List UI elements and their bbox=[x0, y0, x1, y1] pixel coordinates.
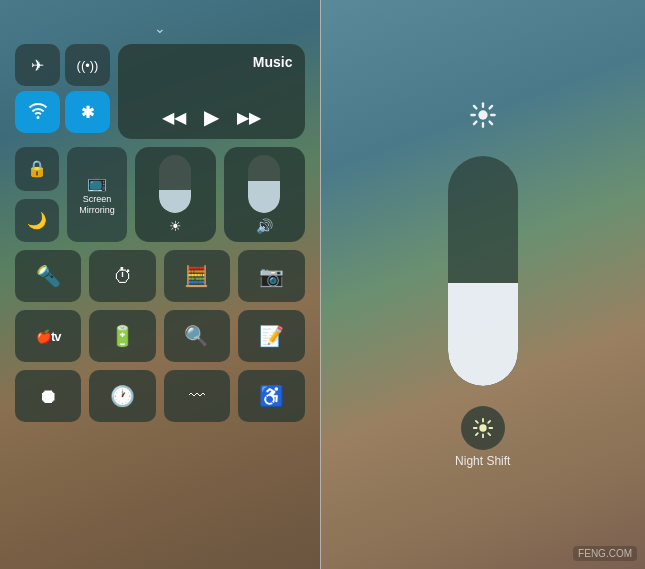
right-panel: Night Shift FENG.COM bbox=[321, 0, 646, 569]
magnifier-button[interactable]: 🔍 bbox=[164, 310, 230, 362]
brightness-control: Night Shift bbox=[321, 0, 646, 569]
cellular-button[interactable]: ((•)) bbox=[65, 44, 110, 86]
svg-line-7 bbox=[489, 106, 491, 108]
timer-button[interactable]: ⏱ bbox=[89, 250, 155, 302]
screen-mirroring-label: ScreenMirroring bbox=[79, 194, 115, 216]
sliders: ☀ 🔊 bbox=[135, 147, 305, 242]
volume-fill bbox=[248, 181, 280, 213]
notes-button[interactable]: 📝 bbox=[238, 310, 304, 362]
screen-mirroring-icon: 📺 bbox=[87, 173, 107, 192]
chevron-icon[interactable]: ⌄ bbox=[15, 20, 305, 36]
svg-line-17 bbox=[476, 433, 478, 435]
orientation-lock-button[interactable]: 🔒 bbox=[15, 147, 59, 191]
bluetooth-button[interactable]: ✱ bbox=[65, 91, 110, 133]
icon-grid-row1: 🔦 ⏱ 🧮 📷 bbox=[15, 250, 305, 302]
flashlight-icon: 🔦 bbox=[36, 264, 61, 288]
svg-point-9 bbox=[479, 424, 486, 431]
brightness-fill bbox=[159, 190, 191, 213]
svg-line-5 bbox=[474, 106, 476, 108]
left-panel: ⌄ ✈ ((•)) bbox=[0, 0, 320, 569]
calculator-icon: 🧮 bbox=[184, 264, 209, 288]
volume-slider[interactable]: 🔊 bbox=[224, 147, 305, 242]
connectivity-buttons: ✈ ((•)) ✱ bbox=[15, 44, 110, 139]
main-brightness-fill bbox=[448, 283, 518, 387]
music-widget[interactable]: Music ◀◀ ▶ ▶▶ bbox=[118, 44, 305, 139]
cellular-icon: ((•)) bbox=[77, 58, 99, 73]
control-center: ⌄ ✈ ((•)) bbox=[15, 20, 305, 549]
top-row: ✈ ((•)) ✱ bbox=[15, 44, 305, 139]
brightness-track bbox=[159, 155, 191, 213]
top-conn-row: ✈ ((•)) bbox=[15, 44, 110, 86]
calculator-button[interactable]: 🧮 bbox=[164, 250, 230, 302]
apple-tv-icon: 🍎tv bbox=[36, 329, 61, 344]
world-clock-button[interactable]: 🕐 bbox=[89, 370, 155, 422]
next-button[interactable]: ▶▶ bbox=[237, 108, 261, 127]
airplane-mode-button[interactable]: ✈ bbox=[15, 44, 60, 86]
airplane-icon: ✈ bbox=[31, 56, 44, 75]
svg-point-0 bbox=[478, 110, 487, 119]
wifi-icon bbox=[28, 103, 48, 122]
night-shift-section: Night Shift bbox=[455, 406, 510, 468]
watermark: FENG.COM bbox=[573, 546, 637, 561]
night-shift-button[interactable] bbox=[461, 406, 505, 450]
bottom-conn-row: ✱ bbox=[15, 91, 110, 133]
svg-line-15 bbox=[488, 433, 490, 435]
battery-button[interactable]: 🔋 bbox=[89, 310, 155, 362]
apple-tv-button[interactable]: 🍎tv bbox=[15, 310, 81, 362]
accessibility-button[interactable]: ♿ bbox=[238, 370, 304, 422]
screen-record-icon: ⏺ bbox=[38, 385, 58, 408]
accessibility-icon: ♿ bbox=[259, 384, 284, 408]
battery-icon: 🔋 bbox=[110, 324, 135, 348]
brightness-sun-icon bbox=[469, 101, 497, 136]
svg-line-6 bbox=[489, 122, 491, 124]
volume-icon: 🔊 bbox=[256, 218, 273, 234]
volume-track bbox=[248, 155, 280, 213]
do-not-disturb-button[interactable]: 🌙 bbox=[15, 199, 59, 243]
svg-line-16 bbox=[488, 421, 490, 423]
voice-memos-icon: 〰 bbox=[189, 387, 205, 405]
moon-icon: 🌙 bbox=[27, 211, 47, 230]
camera-button[interactable]: 📷 bbox=[238, 250, 304, 302]
music-title: Music bbox=[130, 54, 293, 70]
icon-grid-row2: 🍎tv 🔋 🔍 📝 bbox=[15, 310, 305, 362]
play-button[interactable]: ▶ bbox=[204, 105, 219, 129]
svg-line-14 bbox=[476, 421, 478, 423]
flashlight-button[interactable]: 🔦 bbox=[15, 250, 81, 302]
timer-icon: ⏱ bbox=[113, 265, 133, 288]
screen-mirroring-button[interactable]: 📺 ScreenMirroring bbox=[67, 147, 127, 242]
wifi-button[interactable] bbox=[15, 91, 60, 133]
svg-line-8 bbox=[474, 122, 476, 124]
screen-record-button[interactable]: ⏺ bbox=[15, 370, 81, 422]
brightness-slider[interactable]: ☀ bbox=[135, 147, 216, 242]
brightness-icon: ☀ bbox=[169, 218, 182, 234]
voice-memos-button[interactable]: 〰 bbox=[164, 370, 230, 422]
camera-icon: 📷 bbox=[259, 264, 284, 288]
lock-icon: 🔒 bbox=[27, 159, 47, 178]
notes-icon: 📝 bbox=[259, 324, 284, 348]
main-brightness-slider[interactable] bbox=[448, 156, 518, 386]
night-shift-label: Night Shift bbox=[455, 454, 510, 468]
music-controls: ◀◀ ▶ ▶▶ bbox=[130, 105, 293, 129]
bluetooth-icon: ✱ bbox=[81, 103, 94, 122]
prev-button[interactable]: ◀◀ bbox=[162, 108, 186, 127]
icon-grid-row3: ⏺ 🕐 〰 ♿ bbox=[15, 370, 305, 422]
world-clock-icon: 🕐 bbox=[110, 384, 135, 408]
magnifier-icon: 🔍 bbox=[184, 324, 209, 348]
